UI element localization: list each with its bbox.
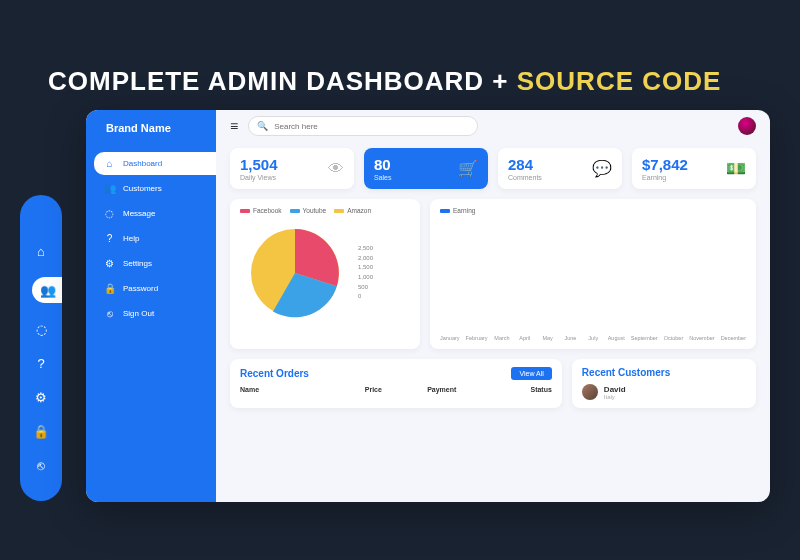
customer-name: David xyxy=(604,385,626,394)
stat-card-comments[interactable]: 284Comments 💬 xyxy=(498,148,622,189)
legend-item: Facebook xyxy=(240,207,282,214)
bottom-row: Recent Orders View All Name Price Paymen… xyxy=(216,359,770,408)
cash-icon: 💵 xyxy=(726,159,746,178)
bar-column: February xyxy=(466,333,488,341)
hero-title-prefix: COMPLETE ADMIN DASHBOARD + xyxy=(48,66,517,96)
sidebar-item-customers[interactable]: 👥 Customers xyxy=(94,177,216,200)
sidebar-item-label: Settings xyxy=(123,259,152,268)
users-icon: 👥 xyxy=(104,183,115,194)
pie-scale: 2,500 2,000 1,500 1,000 500 0 xyxy=(358,244,373,302)
bar-column: July xyxy=(585,333,602,341)
sidebar-item-label: Sign Out xyxy=(123,309,154,318)
stat-label: Daily Views xyxy=(240,174,278,181)
question-icon: ? xyxy=(104,233,115,244)
sidebar-item-help[interactable]: ? Help xyxy=(94,227,216,250)
stat-label: Comments xyxy=(508,174,542,181)
home-icon[interactable]: ⌂ xyxy=(33,243,49,259)
home-icon: ⌂ xyxy=(104,158,115,169)
stat-card-sales[interactable]: 80Sales 🛒 xyxy=(364,148,488,189)
stat-value: $7,842 xyxy=(642,156,688,173)
hero-title: COMPLETE ADMIN DASHBOARD + SOURCE CODE xyxy=(48,66,721,97)
gear-icon[interactable]: ⚙ xyxy=(33,389,49,405)
signout-icon: ⎋ xyxy=(104,308,115,319)
topbar: ≡ 🔍 xyxy=(216,110,770,142)
sidebar-item-signout[interactable]: ⎋ Sign Out xyxy=(94,302,216,325)
bar-column: August xyxy=(608,333,625,341)
sidebar: Brand Name ⌂ Dashboard 👥 Customers ◌ Mes… xyxy=(86,110,216,502)
pie-chart-card: Facebook Youtube Amazon 2,500 2,000 1,50… xyxy=(230,199,420,349)
comment-icon: 💬 xyxy=(592,159,612,178)
lock-icon: 🔒 xyxy=(104,283,115,294)
legend-item: Amazon xyxy=(334,207,371,214)
bar-label: June xyxy=(564,335,576,341)
sidebar-item-label: Message xyxy=(123,209,155,218)
bar-column: January xyxy=(440,333,460,341)
lock-icon[interactable]: 🔒 xyxy=(33,423,49,439)
chat-icon: ◌ xyxy=(104,208,115,219)
nav: ⌂ Dashboard 👥 Customers ◌ Message ? Help… xyxy=(86,148,216,325)
stat-value: 80 xyxy=(374,156,392,173)
apple-logo-icon xyxy=(33,209,49,225)
bar-column: October xyxy=(664,333,684,341)
sidebar-item-label: Password xyxy=(123,284,158,293)
mini-sidebar: ⌂ 👥 ◌ ? ⚙ 🔒 ⎋ xyxy=(20,195,62,501)
bar-column: September xyxy=(631,333,658,341)
bar-label: January xyxy=(440,335,460,341)
hero-title-accent: SOURCE CODE xyxy=(517,66,722,96)
bar-label: November xyxy=(689,335,714,341)
avatar[interactable] xyxy=(738,117,756,135)
sidebar-item-label: Customers xyxy=(123,184,162,193)
chart-row: Facebook Youtube Amazon 2,500 2,000 1,50… xyxy=(216,199,770,359)
users-icon[interactable]: 👥 xyxy=(32,277,62,303)
recent-orders-panel: Recent Orders View All Name Price Paymen… xyxy=(230,359,562,408)
bar-label: December xyxy=(721,335,746,341)
bar-label: August xyxy=(608,335,625,341)
bar-column: June xyxy=(562,333,579,341)
bar-label: July xyxy=(588,335,598,341)
signout-icon[interactable]: ⎋ xyxy=(33,457,49,473)
chat-icon[interactable]: ◌ xyxy=(33,321,49,337)
bar-column: April xyxy=(516,333,533,341)
main-content: ≡ 🔍 1,504Daily Views 👁 80Sales 🛒 284Comm… xyxy=(216,110,770,502)
bar-column: November xyxy=(689,333,714,341)
bar-chart-card: Earning JanuaryFebruaryMarchAprilMayJune… xyxy=(430,199,756,349)
panel-title: Recent Customers xyxy=(582,367,670,378)
sidebar-item-dashboard[interactable]: ⌂ Dashboard xyxy=(94,152,216,175)
brand-name: Brand Name xyxy=(106,122,171,134)
panel-title: Recent Orders xyxy=(240,368,309,379)
search-box[interactable]: 🔍 xyxy=(248,116,478,136)
bar-label: October xyxy=(664,335,684,341)
avatar xyxy=(582,384,598,400)
bar-label: February xyxy=(466,335,488,341)
customer-sub: Italy xyxy=(604,394,626,400)
stat-row: 1,504Daily Views 👁 80Sales 🛒 284Comments… xyxy=(216,142,770,199)
stat-value: 1,504 xyxy=(240,156,278,173)
search-input[interactable] xyxy=(274,122,469,131)
legend-item: Earning xyxy=(440,207,475,214)
stat-card-views[interactable]: 1,504Daily Views 👁 xyxy=(230,148,354,189)
stat-value: 284 xyxy=(508,156,542,173)
eye-icon: 👁 xyxy=(328,160,344,178)
recent-customers-panel: Recent Customers David Italy xyxy=(572,359,756,408)
sidebar-item-password[interactable]: 🔒 Password xyxy=(94,277,216,300)
cart-icon: 🛒 xyxy=(458,159,478,178)
pie-chart xyxy=(240,218,350,328)
view-all-button[interactable]: View All xyxy=(511,367,551,380)
customer-row[interactable]: David Italy xyxy=(582,384,746,400)
stat-card-earning[interactable]: $7,842Earning 💵 xyxy=(632,148,756,189)
dashboard-window: Brand Name ⌂ Dashboard 👥 Customers ◌ Mes… xyxy=(86,110,770,502)
bar-column: May xyxy=(539,333,556,341)
sidebar-item-message[interactable]: ◌ Message xyxy=(94,202,216,225)
bar-label: March xyxy=(494,335,509,341)
sidebar-item-label: Help xyxy=(123,234,139,243)
bar-column: March xyxy=(494,333,511,341)
pie-legend: Facebook Youtube Amazon xyxy=(240,207,410,214)
bar-chart: JanuaryFebruaryMarchAprilMayJuneJulyAugu… xyxy=(440,218,746,343)
sidebar-item-settings[interactable]: ⚙ Settings xyxy=(94,252,216,275)
bar-label: May xyxy=(542,335,552,341)
stat-label: Earning xyxy=(642,174,688,181)
stat-label: Sales xyxy=(374,174,392,181)
menu-toggle-icon[interactable]: ≡ xyxy=(230,118,238,134)
question-icon[interactable]: ? xyxy=(33,355,49,371)
brand: Brand Name xyxy=(86,122,216,148)
